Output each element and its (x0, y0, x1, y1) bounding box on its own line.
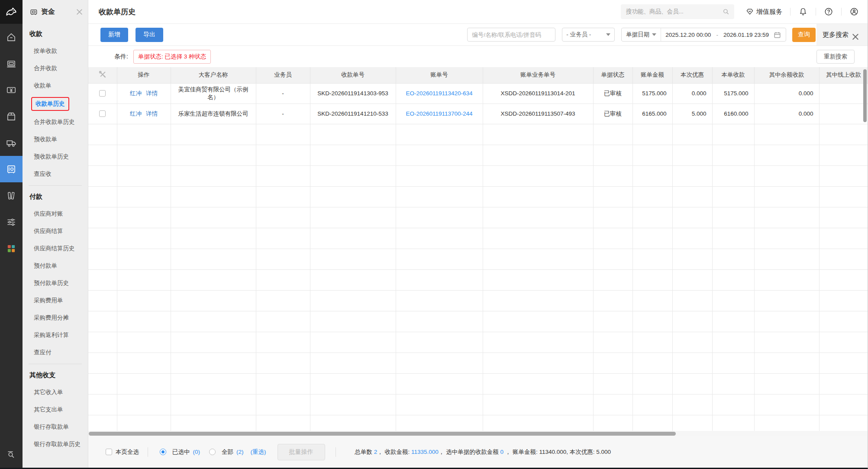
sidebar-item-2-1[interactable]: 其它支出单 (23, 401, 88, 418)
column-settings-header[interactable] (88, 67, 117, 83)
bill-no-link[interactable]: EO-20260119113700-244 (406, 110, 472, 117)
sidebar-item-label: 按单收款 (34, 48, 57, 54)
column-header-bill-no[interactable]: 账单号 (396, 67, 483, 83)
rail-item-pos-terminal[interactable] (0, 50, 23, 77)
rail-item-ledger[interactable] (0, 182, 23, 209)
select-all-checkbox[interactable]: 本页全选 (102, 448, 139, 456)
help-button[interactable] (824, 7, 833, 16)
query-button[interactable]: 查询 (792, 28, 816, 42)
keyword-filter-input[interactable] (467, 28, 555, 42)
sidebar-item-0-1[interactable]: 合并收款 (23, 60, 88, 77)
rail-item-apps[interactable] (0, 235, 23, 262)
sidebar-item-0-5[interactable]: 预收款单 (23, 131, 88, 148)
date-range[interactable]: 2025.12.20 00:00 - 2026.01.19 23:59 (661, 31, 786, 39)
cell-receipt_no: SKD-20260119141210-533 (310, 104, 396, 124)
sidebar-item-0-2[interactable]: 收款单 (23, 77, 88, 94)
cell-received: 6160.000 (712, 104, 754, 124)
column-header-salesman[interactable]: 业务员 (256, 67, 310, 83)
sidebar-item-1-6[interactable]: 采购费用分摊 (23, 309, 88, 327)
sidebar-item-1-7[interactable]: 采购返利计算 (23, 327, 88, 344)
sidebar-item-1-4[interactable]: 预付款单历史 (23, 275, 88, 292)
empty-cell (754, 269, 819, 290)
status-filter-tag[interactable]: 单据状态: 已选择 3 种状态 (133, 50, 211, 64)
horizontal-scrollbar-thumb[interactable] (89, 432, 676, 436)
sidebar-item-2-0[interactable]: 其它收入单 (23, 384, 88, 401)
sidebar: 资金 收款按单收款合并收款收款单收款单历史合并收款单历史预收款单预收款单历史查应… (23, 0, 88, 468)
vertical-scrollbar-thumb[interactable] (863, 69, 867, 122)
column-header-received[interactable]: 本单收款 (712, 67, 754, 83)
sidebar-item-1-5[interactable]: 采购费用单 (23, 292, 88, 309)
column-header-receipt-no[interactable]: 收款单号 (310, 67, 396, 83)
sidebar-item-0-7[interactable]: 查应收 (23, 165, 88, 183)
column-header-bill-amount[interactable]: 账单金额 (632, 67, 672, 83)
checkbox-icon[interactable] (106, 449, 112, 455)
radio-all-option[interactable]: 全部(2) (206, 448, 244, 456)
detail-link[interactable]: 详情 (146, 90, 158, 97)
rail-item-banknote[interactable] (0, 77, 23, 103)
sidebar-item-1-1[interactable]: 供应商结算 (23, 223, 88, 240)
reselect-link[interactable]: (重选) (251, 448, 266, 456)
value-added-services-button[interactable]: 增值服务 (745, 7, 782, 16)
column-header-biz-no[interactable]: 账单业务单号 (483, 67, 593, 83)
sidebar-item-1-2[interactable]: 供应商结算历史 (23, 240, 88, 257)
sidebar-item-label: 查应付 (34, 349, 52, 356)
sidebar-item-0-6[interactable]: 预收款单历史 (23, 148, 88, 165)
bill-no-link[interactable]: EO-20260119113420-634 (406, 90, 472, 97)
rail-item-safe[interactable] (0, 156, 23, 182)
divider (336, 447, 336, 457)
empty-cell (754, 165, 819, 186)
column-header-online[interactable]: 其中线上收款 (819, 67, 868, 83)
sidebar-item-active[interactable]: 收款单历史 (23, 94, 88, 113)
more-search-link[interactable]: 更多搜索 (823, 31, 849, 39)
batch-operation-button[interactable]: 批量操作 (278, 444, 325, 460)
notifications-button[interactable] (798, 7, 808, 16)
reverse-link[interactable]: 红冲 (130, 90, 142, 97)
export-button[interactable]: 导出 (136, 28, 163, 42)
global-search-input[interactable]: 搜功能、商品、会员... (621, 4, 734, 19)
rail-item-home[interactable] (0, 24, 23, 50)
detail-link[interactable]: 详情 (146, 110, 158, 117)
empty-cell (712, 311, 754, 332)
sidebar-item-2-2[interactable]: 银行存取款单 (23, 418, 88, 436)
sidebar-item-0-4[interactable]: 合并收款单历史 (23, 113, 88, 131)
new-button[interactable]: 新增 (100, 28, 128, 42)
sidebar-item-2-3[interactable]: 银行存取款单历史 (23, 436, 88, 453)
sidebar-item-0-0[interactable]: 按单收款 (23, 42, 88, 60)
date-from[interactable]: 2025.12.20 00:00 (665, 32, 711, 38)
empty-cell (117, 165, 171, 186)
rail-item-package[interactable] (0, 103, 23, 129)
empty-cell (672, 145, 712, 165)
sidebar-close-icon[interactable] (76, 9, 83, 15)
rail-item-sliders[interactable] (0, 209, 23, 235)
date-to[interactable]: 2026.01.19 23:59 (723, 32, 769, 38)
empty-cell (117, 353, 171, 373)
row-checkbox-cell (88, 104, 117, 124)
row-checkbox[interactable] (99, 110, 106, 117)
column-header-discount[interactable]: 本次优惠 (672, 67, 712, 83)
app-logo[interactable] (0, 0, 23, 24)
rail-menu-search[interactable] (0, 440, 23, 468)
sidebar-item-1-8[interactable]: 查应付 (23, 344, 88, 361)
radio-icon[interactable] (209, 449, 216, 455)
column-header-status[interactable]: 单据状态 (593, 67, 632, 83)
sidebar-item-label: 供应商对账 (34, 210, 63, 217)
row-checkbox[interactable] (99, 90, 106, 97)
column-header-customer[interactable]: 大客户名称 (171, 67, 256, 83)
radio-selected-option[interactable]: 已选中(0) (157, 448, 200, 456)
date-field-select[interactable]: 单据日期 (622, 28, 661, 41)
rail-item-truck[interactable] (0, 129, 23, 156)
account-button[interactable] (849, 7, 859, 16)
chevron-down-icon (606, 33, 610, 36)
radio-icon[interactable] (160, 449, 166, 455)
reverse-link[interactable]: 红冲 (130, 110, 142, 117)
empty-cell (593, 290, 632, 311)
sidebar-item-1-3[interactable]: 预付款单 (23, 257, 88, 275)
salesman-select[interactable]: - 业务员 - (562, 28, 615, 42)
close-icon[interactable] (852, 33, 859, 40)
research-button[interactable]: 重新搜索 (816, 50, 855, 64)
column-header-balance[interactable]: 其中余额收款 (754, 67, 819, 83)
empty-cell (672, 311, 712, 332)
calendar-icon[interactable] (773, 31, 781, 39)
sidebar-item-1-0[interactable]: 供应商对账 (23, 205, 88, 223)
column-header-op[interactable]: 操作 (117, 67, 171, 83)
